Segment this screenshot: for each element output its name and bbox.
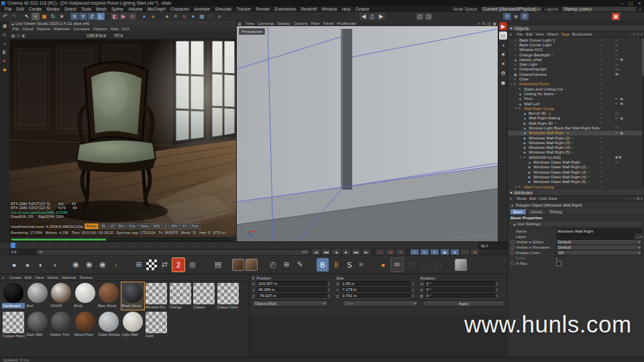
lv-tool-icon[interactable]: ◧ xyxy=(22,34,25,38)
live-viewer-menu-item[interactable]: Help xyxy=(110,27,118,31)
material-menu-item[interactable]: Edit xyxy=(25,276,32,280)
pass-button[interactable]: GI xyxy=(109,223,116,229)
enabled-check-icon[interactable]: ✓ xyxy=(551,53,554,56)
live-viewer-menu-item[interactable]: Objects xyxy=(36,27,50,31)
object-tags[interactable]: ▭ xyxy=(615,53,619,56)
object-row[interactable]: ▲ Ceiling No Stairs ✓ ∷ xyxy=(508,91,644,96)
object-row[interactable]: ■ Wall Right 3D ✓ xyxy=(508,121,644,125)
toolbar-icon[interactable]: + xyxy=(32,13,40,20)
pass-button[interactable]: Only xyxy=(127,223,138,229)
object-row[interactable]: ☼ Stair Light ▭ xyxy=(508,62,644,66)
size-mode-select[interactable]: Size▾ xyxy=(343,300,419,307)
toolbar-icon[interactable]: ↶ xyxy=(1,13,9,20)
layer-picker-icons[interactable]: ▭ ▾ xyxy=(636,235,642,239)
history-nav-icon[interactable]: ◀ xyxy=(360,13,368,20)
toolbar-icon[interactable]: L xyxy=(97,13,105,20)
window-control-button[interactable]: – xyxy=(621,1,623,6)
lower-toolbar-icon[interactable]: ▤ xyxy=(212,258,224,272)
object-row[interactable]: ▲ classic_chair ×∷▣ xyxy=(508,57,644,62)
layout-toggle-icon[interactable]: ◱ xyxy=(416,13,424,20)
lower-toolbar-icon[interactable]: ◐ xyxy=(35,258,47,272)
gear-icon[interactable]: ◉ xyxy=(512,13,520,20)
lower-toolbar-icon[interactable] xyxy=(445,258,453,272)
lower-toolbar-icon[interactable]: ✎ xyxy=(294,258,306,272)
toolbar-icon[interactable]: ▶ xyxy=(119,13,127,20)
side-tool-icon[interactable]: ◆ xyxy=(1,66,8,73)
viewport-menu-item[interactable]: Filter xyxy=(311,21,320,25)
view-control-icon[interactable]: ◳ xyxy=(488,21,491,25)
lower-toolbar-icon[interactable]: 3D xyxy=(390,257,404,272)
object-tags[interactable]: ×∷ xyxy=(615,161,621,164)
toolbar-icon[interactable]: ▦ xyxy=(198,13,206,20)
attributes-panel-tool-icon[interactable]: ← xyxy=(626,196,629,201)
menu-item[interactable]: Tracker xyxy=(236,7,251,11)
toolbar-icon[interactable]: ✳ xyxy=(172,13,180,20)
lv-tool-icon[interactable]: ▦ xyxy=(11,34,15,38)
coordinate-mode-select[interactable]: Object (Rel)▾ xyxy=(252,300,328,307)
history-nav-icon[interactable]: ▶ xyxy=(377,13,385,20)
size-x-field[interactable]: 1.05 in xyxy=(341,281,411,287)
material-menu-item[interactable]: Material xyxy=(62,276,76,280)
material-tile[interactable]: Glass Window xyxy=(97,311,120,339)
object-tags[interactable]: ∷ xyxy=(615,92,618,95)
material-tile[interactable]: Bed xyxy=(26,282,49,310)
lower-toolbar-icon[interactable]: ⊞ xyxy=(357,258,365,272)
toolbar-icon[interactable]: ● xyxy=(163,13,171,20)
live-viewer-menu-item[interactable]: Options xyxy=(93,27,107,31)
lower-toolbar-icon[interactable]: ◑ xyxy=(48,258,60,272)
pass-button[interactable]: 2 xyxy=(162,223,168,229)
layout-toggle-icon[interactable]: ◲ xyxy=(425,13,433,20)
object-row[interactable]: ▸ ⌖ Wall Front Group xyxy=(508,184,644,189)
toolbar-icon[interactable]: ∪ xyxy=(180,13,189,20)
pass-button[interactable]: None xyxy=(138,223,150,229)
menu-item[interactable]: Create xyxy=(29,7,42,11)
collapse-arrow-icon[interactable]: ◂ xyxy=(510,25,512,31)
lower-toolbar-icon[interactable] xyxy=(232,259,244,271)
enabled-check-icon[interactable]: ✓ xyxy=(588,175,590,178)
panel-menu-icon[interactable]: ≡ xyxy=(0,276,6,280)
material-tile[interactable]: CHAIR xyxy=(50,282,72,310)
objects-panel-tool-icon[interactable]: ▽ xyxy=(637,32,639,37)
object-tags[interactable]: ×∷▣ xyxy=(615,58,624,61)
object-tags[interactable]: ×∷▣ xyxy=(615,117,624,120)
menu-item[interactable]: Character xyxy=(170,7,190,11)
octane-tool-icon[interactable]: ◉ xyxy=(499,78,507,86)
lower-toolbar-icon[interactable]: ⇄ xyxy=(158,258,170,272)
menu-item[interactable]: Volume xyxy=(128,7,143,11)
render-preview[interactable]: RTX 2080 Ti(P2T)(27.5) %2 54RTX 2080 Ti(… xyxy=(9,40,236,237)
material-tile[interactable]: Dark Wall xyxy=(26,311,49,339)
collapse-arrow-icon[interactable]: ◂ xyxy=(11,21,13,26)
viewport-menu-item[interactable]: Panel xyxy=(323,21,333,25)
object-row[interactable]: ▲ Floor ×∷▣ xyxy=(508,97,644,101)
material-tile[interactable]: Brick xyxy=(74,282,97,310)
object-tags[interactable]: ▭ xyxy=(615,43,619,46)
material-menu-item[interactable]: Select xyxy=(47,276,58,280)
pass-button[interactable]: SSS xyxy=(151,223,162,229)
pass-button[interactable]: Beauty xyxy=(85,223,99,229)
viewport-menu-icon[interactable]: ▤ xyxy=(237,21,242,25)
material-tile[interactable]: Window Dirt xyxy=(145,282,168,310)
object-tags[interactable]: ▩▩ xyxy=(615,156,623,159)
material-menu-item[interactable]: Texture xyxy=(79,276,93,280)
object-row[interactable]: ◈ Windows Glass Wall Right (3) ✓ xyxy=(508,170,644,174)
layout-dropdown[interactable]: Startup (user)▾ xyxy=(561,6,637,12)
lower-toolbar-icon[interactable] xyxy=(246,259,258,271)
object-row[interactable]: ☼ Back Corner Light ▭ xyxy=(508,42,644,47)
expand-arrow-icon[interactable]: ▸ xyxy=(556,256,558,260)
objects-panel-tool-icon[interactable]: ⌕ xyxy=(630,32,632,37)
menu-item[interactable]: Select xyxy=(64,7,76,11)
expand-arrow-icon[interactable]: ▸ xyxy=(514,222,516,227)
lower-toolbar-icon[interactable] xyxy=(200,258,211,272)
panel-menu-icon[interactable]: ≡ xyxy=(252,276,255,280)
object-tags[interactable]: ▦◐ xyxy=(615,72,621,76)
position-x-field[interactable]: 124.207 in xyxy=(257,281,327,287)
apply-button[interactable]: Apply xyxy=(423,300,504,307)
pass-button[interactable]: Post xyxy=(190,223,201,229)
lower-toolbar-icon[interactable] xyxy=(62,258,68,272)
object-tags[interactable]: ▭ xyxy=(615,63,619,66)
toolbar-icon[interactable] xyxy=(66,13,70,20)
lower-toolbar-icon[interactable] xyxy=(225,258,231,272)
material-menu-item[interactable]: Create xyxy=(9,276,21,280)
enabled-check-icon[interactable]: ✓ xyxy=(572,141,574,144)
object-row[interactable]: ◈ Windows Wall Right (4) ✓ xyxy=(508,145,644,150)
